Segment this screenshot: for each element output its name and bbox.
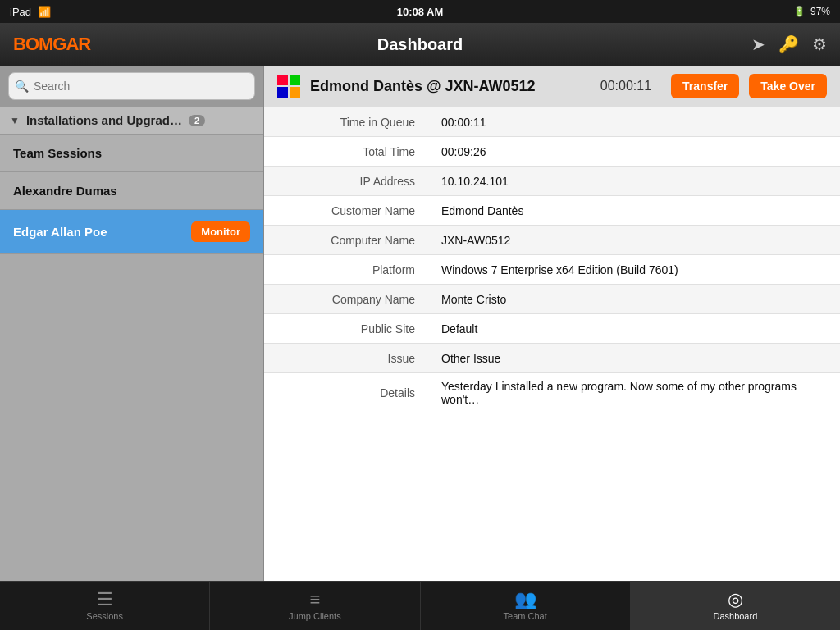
battery-percent: 97% <box>810 6 830 17</box>
detail-row: Company Name Monte Cristo <box>264 285 840 314</box>
header: BOMGAR Dashboard ➤ 🔑 ⚙ <box>0 23 840 66</box>
detail-value: Other Issue <box>428 345 840 372</box>
detail-row: Public Site Default <box>264 314 840 344</box>
detail-value: Windows 7 Enterprise x64 Edition (Build … <box>428 257 840 283</box>
monitor-button[interactable]: Monitor <box>191 221 250 242</box>
send-icon[interactable]: ➤ <box>751 34 765 54</box>
sidebar-item-edgar-allan-poe[interactable]: Edgar Allan Poe Monitor <box>0 210 263 254</box>
session-details: Time in Queue 00:00:11 Total Time 00:09:… <box>264 107 840 581</box>
tab-jump-clients-label: Jump Clients <box>289 611 341 621</box>
search-icon: 🔍 <box>15 80 29 93</box>
jump-clients-icon: ≡ <box>309 591 320 609</box>
detail-label: Total Time <box>264 139 428 165</box>
session-header: Edmond Dantès @ JXN-AW0512 00:00:11 Tran… <box>264 66 840 107</box>
search-input[interactable] <box>8 72 255 100</box>
detail-row: Customer Name Edmond Dantès <box>264 196 840 226</box>
tab-bar: ☰ Sessions ≡ Jump Clients 👥 Team Chat ◎ … <box>0 581 840 630</box>
tab-sessions-label: Sessions <box>86 611 123 621</box>
status-bar: iPad 📶 10:08 AM 🔋 97% <box>0 0 840 23</box>
status-time: 10:08 AM <box>397 6 444 18</box>
sidebar-item-team-sessions[interactable]: Team Sessions <box>0 135 263 172</box>
detail-value: Edmond Dantès <box>428 198 840 224</box>
settings-icon[interactable]: ⚙ <box>812 34 827 54</box>
detail-value: JXN-AW0512 <box>428 227 840 253</box>
battery-icon: 🔋 <box>793 6 806 17</box>
logo: BOMGAR <box>13 34 90 55</box>
header-title: Dashboard <box>377 35 463 54</box>
queue-group-header[interactable]: ▼ Installations and Upgrad… 2 <box>0 107 263 135</box>
detail-label: Company Name <box>264 286 428 313</box>
key-icon[interactable]: 🔑 <box>778 34 799 54</box>
detail-value: Monte Cristo <box>428 286 840 313</box>
sessions-icon: ☰ <box>97 591 113 609</box>
detail-value: 00:09:26 <box>428 139 840 165</box>
detail-label: Time in Queue <box>264 109 428 135</box>
search-container: 🔍 <box>0 66 263 107</box>
tab-team-chat-label: Team Chat <box>504 611 547 621</box>
detail-row: Platform Windows 7 Enterprise x64 Editio… <box>264 255 840 285</box>
detail-label: Details <box>264 380 428 406</box>
detail-label: IP Address <box>264 168 428 194</box>
tab-dashboard-label: Dashboard <box>713 611 757 621</box>
detail-value: Yesterday I installed a new program. Now… <box>428 373 840 413</box>
tab-sessions[interactable]: ☰ Sessions <box>0 582 210 630</box>
detail-label: Customer Name <box>264 198 428 224</box>
content-area: Edmond Dantès @ JXN-AW0512 00:00:11 Tran… <box>264 66 840 581</box>
ipad-label: iPad <box>10 6 31 18</box>
queue-group-label: Installations and Upgrad… <box>26 113 182 127</box>
detail-value: 10.10.24.101 <box>428 168 840 194</box>
session-name: Edmond Dantès @ JXN-AW0512 <box>310 78 591 95</box>
team-chat-icon: 👥 <box>514 591 536 609</box>
transfer-button[interactable]: Transfer <box>671 74 739 98</box>
sidebar: 🔍 ▼ Installations and Upgrad… 2 Team Ses… <box>0 66 264 581</box>
dashboard-icon: ◎ <box>728 591 743 609</box>
session-timer: 00:00:11 <box>600 79 651 94</box>
main-layout: 🔍 ▼ Installations and Upgrad… 2 Team Ses… <box>0 66 840 581</box>
chevron-down-icon: ▼ <box>10 115 20 126</box>
detail-row: Issue Other Issue <box>264 344 840 373</box>
detail-label: Platform <box>264 257 428 283</box>
wifi-icon: 📶 <box>38 6 51 18</box>
queue-badge: 2 <box>189 115 205 126</box>
header-icons: ➤ 🔑 ⚙ <box>751 34 827 54</box>
tab-jump-clients[interactable]: ≡ Jump Clients <box>210 582 420 630</box>
detail-label: Issue <box>264 345 428 372</box>
detail-label: Public Site <box>264 316 428 342</box>
detail-row: IP Address 10.10.24.101 <box>264 167 840 196</box>
tab-dashboard[interactable]: ◎ Dashboard <box>631 582 840 630</box>
detail-label: Computer Name <box>264 227 428 253</box>
detail-row: Total Time 00:09:26 <box>264 137 840 167</box>
detail-value: 00:00:11 <box>428 109 840 135</box>
takeover-button[interactable]: Take Over <box>749 74 827 98</box>
tab-team-chat[interactable]: 👥 Team Chat <box>421 582 631 630</box>
detail-row: Time in Queue 00:00:11 <box>264 107 840 137</box>
sidebar-item-alexandre-dumas[interactable]: Alexandre Dumas <box>0 172 263 210</box>
detail-row: Details Yesterday I installed a new prog… <box>264 373 840 413</box>
detail-row: Computer Name JXN-AW0512 <box>264 226 840 255</box>
detail-value: Default <box>428 316 840 342</box>
windows-logo <box>277 75 300 98</box>
